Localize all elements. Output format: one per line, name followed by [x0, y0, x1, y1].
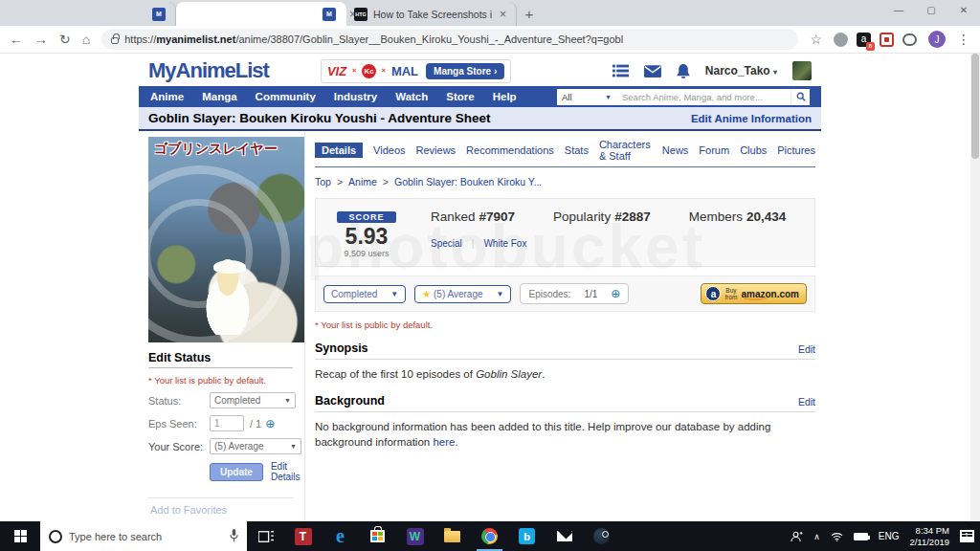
- bookmark-star-icon[interactable]: ☆: [810, 33, 822, 46]
- back-icon[interactable]: ←: [10, 33, 23, 46]
- score-dropdown[interactable]: ★ (5) Average▼: [414, 285, 511, 303]
- browser-tab-goblin-slayer[interactable]: M Goblin Slayer: Bouken Kiroku You ×: [176, 2, 346, 26]
- adblock-extension-icon[interactable]: [834, 33, 848, 47]
- nav-manga[interactable]: Manga: [202, 91, 236, 102]
- nav-industry[interactable]: Industry: [334, 91, 377, 102]
- public-list-note: * Your list is public by default.: [315, 320, 815, 330]
- security-extension-icon[interactable]: [880, 33, 894, 47]
- edit-details-link[interactable]: Edit Details: [271, 461, 304, 482]
- synopsis-heading: Synopsis: [315, 342, 368, 355]
- people-icon[interactable]: [791, 531, 803, 542]
- reload-icon[interactable]: ↻: [59, 33, 71, 46]
- increment-episode-icon[interactable]: ⊕: [611, 287, 620, 300]
- tab-details[interactable]: Details: [315, 143, 363, 158]
- tab-videos[interactable]: Videos: [373, 144, 405, 156]
- tab-news[interactable]: News: [662, 144, 689, 156]
- browser-tab-howtogeek[interactable]: HTG How to Take Screenshots in Win ×: [346, 2, 517, 26]
- wifi-icon[interactable]: [831, 532, 843, 541]
- new-tab-button[interactable]: +: [517, 2, 542, 26]
- status-dropdown[interactable]: Completed▼: [210, 392, 296, 408]
- microphone-icon[interactable]: [230, 529, 238, 544]
- file-explorer-icon[interactable]: [434, 521, 471, 551]
- address-bar[interactable]: https://myanimelist.net/anime/38807/Gobl…: [101, 29, 798, 50]
- close-tab-icon[interactable]: ×: [498, 8, 508, 21]
- amazon-buy-from: Buyfrom: [724, 287, 737, 300]
- window-close-button[interactable]: ✕: [947, 0, 980, 19]
- browser-profile-avatar[interactable]: J: [928, 31, 946, 48]
- system-tray: ∧ ENG 8:34 PM2/11/2019 1: [791, 521, 980, 551]
- taskbar-app-t-icon[interactable]: T: [284, 521, 322, 551]
- browser-tab-mal-home[interactable]: M MyAnimeList.net ×: [6, 2, 176, 26]
- username-menu[interactable]: Narco_Tako ▾: [705, 64, 777, 77]
- forward-icon[interactable]: →: [34, 33, 48, 46]
- action-center-icon[interactable]: 1: [960, 530, 974, 542]
- scrollbar-thumb[interactable]: [971, 54, 979, 159]
- mal-promo-logo: MAL: [391, 64, 418, 78]
- mail-icon[interactable]: [546, 521, 583, 551]
- task-view-button[interactable]: [247, 521, 284, 551]
- mal-logo[interactable]: MyAnimeList: [148, 58, 269, 83]
- nav-store[interactable]: Store: [446, 91, 474, 102]
- taskbar-clock[interactable]: 8:34 PM2/11/2019: [909, 525, 949, 548]
- nav-community[interactable]: Community: [256, 91, 316, 102]
- your-score-value: (5) Average: [214, 441, 264, 452]
- messages-icon[interactable]: [644, 65, 661, 77]
- search-input[interactable]: Search Anime, Manga, and more...: [616, 89, 791, 105]
- tab-reviews[interactable]: Reviews: [416, 144, 457, 156]
- tab-stats[interactable]: Stats: [565, 144, 589, 156]
- manga-store-promo-banner[interactable]: VIZ ✕ Kc ✕ MAL Manga Store ›: [321, 59, 511, 83]
- search-category-dropdown[interactable]: All▼: [557, 89, 616, 105]
- add-to-favorites-button[interactable]: Add to Favorites: [148, 497, 293, 521]
- tray-chevron-icon[interactable]: ∧: [813, 532, 820, 541]
- studio-link[interactable]: White Fox: [483, 238, 526, 249]
- search-button[interactable]: [791, 89, 810, 105]
- window-maximize-button[interactable]: ▢: [915, 0, 947, 19]
- battlenet-icon[interactable]: b: [508, 521, 546, 551]
- user-avatar[interactable]: [792, 61, 812, 80]
- chat-extension-icon[interactable]: [902, 33, 917, 46]
- taskbar-search-box[interactable]: Type here to search: [40, 521, 247, 551]
- steam-icon[interactable]: [583, 521, 620, 551]
- increment-episode-icon[interactable]: ⊕: [265, 417, 275, 430]
- amazon-buy-button[interactable]: a Buyfrom amazon.com: [701, 283, 807, 304]
- home-icon[interactable]: ⌂: [82, 33, 90, 46]
- microsoft-store-icon[interactable]: [359, 521, 396, 551]
- manga-store-button[interactable]: Manga Store ›: [426, 63, 504, 79]
- tab-pictures[interactable]: Pictures: [777, 144, 815, 156]
- desktop-screen: M MyAnimeList.net × M Goblin Slayer: Bou…: [0, 0, 980, 551]
- edge-icon[interactable]: e: [322, 521, 359, 551]
- edit-anime-information-link[interactable]: Edit Anime Information: [691, 113, 812, 124]
- synopsis-section: Synopsis Edit Recap of the first 10 epis…: [315, 342, 815, 382]
- nav-anime[interactable]: Anime: [150, 91, 184, 102]
- nav-watch[interactable]: Watch: [395, 91, 428, 102]
- nav-help[interactable]: Help: [493, 91, 517, 102]
- tab-recommendations[interactable]: Recommendations: [466, 144, 554, 156]
- tab-forum[interactable]: Forum: [699, 144, 729, 156]
- tab-characters-staff[interactable]: Characters & Staff: [599, 139, 652, 162]
- start-button[interactable]: [0, 521, 40, 551]
- taskbar-app-w-icon[interactable]: W: [396, 521, 434, 551]
- language-indicator[interactable]: ENG: [879, 531, 900, 541]
- window-minimize-button[interactable]: —: [882, 0, 915, 19]
- episodes-counter[interactable]: Episodes:1/1⊕: [520, 283, 629, 304]
- caret-down-icon: ▼: [390, 290, 398, 298]
- update-button[interactable]: Update: [210, 463, 263, 481]
- background-edit-link[interactable]: Edit: [798, 396, 815, 408]
- eps-seen-input[interactable]: 1: [210, 415, 244, 431]
- type-link[interactable]: Special: [431, 238, 462, 249]
- watch-status-dropdown[interactable]: Completed▼: [323, 285, 406, 303]
- synopsis-edit-link[interactable]: Edit: [798, 343, 815, 355]
- battery-icon[interactable]: [854, 533, 868, 540]
- tab-clubs[interactable]: Clubs: [740, 144, 767, 156]
- watchlist-icon[interactable]: [612, 64, 629, 77]
- your-score-dropdown[interactable]: (5) Average▼: [210, 438, 301, 454]
- background-here-link[interactable]: here: [433, 436, 455, 448]
- background-text: No background information has been added…: [315, 419, 815, 450]
- page-scrollbar[interactable]: [970, 54, 980, 521]
- breadcrumb-top[interactable]: Top: [315, 176, 331, 187]
- browser-menu-icon[interactable]: ⋮: [957, 33, 970, 46]
- amazon-extension-icon[interactable]: a8: [857, 33, 871, 47]
- chrome-icon[interactable]: [471, 521, 508, 551]
- breadcrumb-anime[interactable]: Anime: [348, 176, 377, 187]
- notifications-bell-icon[interactable]: [677, 64, 690, 78]
